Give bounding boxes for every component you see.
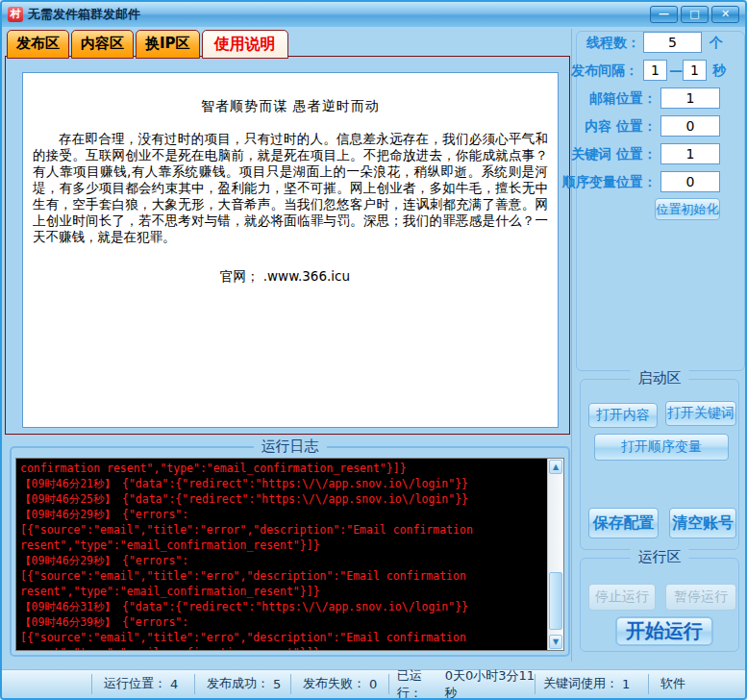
sequence-position-label: 顺序变量位置：	[562, 174, 657, 191]
title-bar: 村 无需发件箱群发邮件 — □ ✕	[2, 2, 745, 27]
open-sequence-button[interactable]: 打开顺序变量	[594, 434, 729, 461]
save-config-button[interactable]: 保存配置	[588, 508, 659, 538]
tab-content[interactable]: 内容区	[71, 30, 134, 59]
status-label: 已运行：	[397, 667, 441, 700]
status-publish-fail: 发布失败：0	[290, 674, 388, 693]
launch-group-title: 启动区	[631, 369, 689, 388]
interval-to-input[interactable]	[683, 60, 707, 81]
official-website-text: 官网； .www.366.icu	[33, 268, 548, 286]
document-heading: 智者顺势而谋 愚者逆时而动	[33, 98, 548, 115]
pause-run-button[interactable]: 暂停运行	[665, 584, 736, 611]
log-line: 【09时46分29秒】 {"errors":[{"source":"email"…	[20, 507, 544, 553]
log-line: confirmation resent","type":"email_confi…	[20, 461, 544, 476]
run-log-group: 运行日志 confirmation resent","type":"email_…	[10, 446, 570, 657]
status-value: 4	[170, 677, 178, 691]
start-run-button[interactable]: 开始运行	[615, 616, 713, 646]
scroll-up-icon[interactable]: ▲	[549, 460, 562, 474]
status-spacer	[2, 670, 91, 698]
status-keyword-usage: 关键词使用：1	[535, 674, 648, 693]
status-label: 发布失败：	[303, 675, 365, 692]
log-line: 【09时46分29秒】 {"errors":[{"source":"email"…	[20, 553, 544, 599]
stop-run-button[interactable]: 停止运行	[588, 584, 656, 611]
sequence-position-input[interactable]	[660, 171, 720, 192]
status-label: 发布成功：	[207, 675, 269, 692]
scroll-down-icon[interactable]: ▼	[549, 635, 562, 649]
interval-unit: 秒	[712, 62, 726, 80]
content-position-input[interactable]	[660, 115, 720, 137]
app-icon: 村	[8, 7, 23, 22]
maximize-button[interactable]: □	[681, 6, 709, 23]
content-position-label: 内容 位置：	[585, 118, 657, 136]
log-line: 【09时46分31秒】 {"data":{"redirect":"https:\…	[20, 599, 544, 614]
status-value: 1	[622, 677, 630, 691]
interval-label: 发布间隔：	[571, 62, 638, 80]
keyword-position-input[interactable]	[660, 143, 720, 164]
mailbox-position-input[interactable]	[660, 88, 720, 109]
tab-change-ip[interactable]: 换IP区	[136, 30, 200, 59]
thread-count-input[interactable]	[643, 32, 702, 53]
settings-panel: 线程数： 个 发布间隔： — 秒 邮箱位置： 内容 位置： 关键词 位置：	[571, 29, 747, 662]
interval-from-input[interactable]	[643, 60, 667, 81]
content-position-row: 内容 位置：	[572, 115, 747, 137]
log-line: 【09时46分39秒】 {"errors":[{"source":"email"…	[20, 614, 544, 651]
open-keyword-button[interactable]: 打开关键词	[665, 401, 736, 426]
interval-row: 发布间隔： — 秒	[572, 60, 747, 81]
status-label: 软件	[660, 675, 685, 692]
usage-notes-document: 智者顺势而谋 愚者逆时而动 存在即合理，没有过时的项目，只有过时的人。信息差永远…	[22, 72, 559, 428]
mailbox-position-row: 邮箱位置：	[572, 88, 747, 109]
status-bar: 运行位置：4 发布成功：5 发布失败：0 已运行：0天0小时3分11秒 关键词使…	[2, 669, 745, 698]
thread-count-label: 线程数：	[586, 35, 640, 52]
log-line: 【09时46分25秒】 {"data":{"redirect":"https:\…	[20, 491, 544, 507]
position-init-button[interactable]: 位置初始化	[655, 198, 720, 220]
mailbox-position-label: 邮箱位置：	[589, 90, 657, 108]
status-publish-success: 发布成功：5	[194, 674, 290, 693]
status-value: 0天0小时3分11秒	[445, 667, 535, 700]
status-value: 0	[369, 677, 377, 691]
run-group-title: 运行区	[631, 548, 689, 566]
scrollbar-thumb[interactable]	[549, 572, 562, 630]
status-elapsed-time: 已运行：0天0小时3分11秒	[388, 674, 535, 693]
window-title: 无需发件箱群发邮件	[28, 6, 140, 23]
status-label: 运行位置：	[104, 675, 166, 692]
run-log-console[interactable]: confirmation resent","type":"email_confi…	[15, 458, 564, 651]
log-scrollbar[interactable]: ▲ ▼	[547, 459, 563, 650]
open-content-button[interactable]: 打开内容	[588, 403, 658, 428]
close-button[interactable]: ✕	[711, 6, 739, 23]
thread-count-row: 线程数： 个	[572, 32, 747, 53]
tab-usage-notes[interactable]: 使用说明	[202, 30, 288, 59]
clear-account-button[interactable]: 清空账号	[669, 508, 736, 538]
log-line: 【09时46分21秒】 {"data":{"redirect":"https:\…	[20, 476, 544, 491]
status-software: 软件	[648, 674, 745, 693]
document-paragraph: 存在即合理，没有过时的项目，只有过时的人。信息差永远存在，我们必须心平气和的接受…	[33, 131, 548, 245]
status-label: 关键词使用：	[543, 675, 618, 692]
tab-publish[interactable]: 发布区	[7, 30, 69, 59]
app-window: 村 无需发件箱群发邮件 — □ ✕ 发布区 内容区 换IP区 使用说明 智者顺势…	[0, 0, 747, 700]
keyword-position-row: 关键词 位置：	[572, 143, 747, 164]
usage-notes-pane: 智者顺势而谋 愚者逆时而动 存在即合理，没有过时的项目，只有过时的人。信息差永远…	[5, 56, 570, 435]
status-run-position: 运行位置：4	[91, 674, 194, 693]
run-log-text: confirmation resent","type":"email_confi…	[16, 459, 546, 651]
tab-bar: 发布区 内容区 换IP区 使用说明	[7, 30, 288, 59]
keyword-position-label: 关键词 位置：	[571, 146, 657, 163]
interval-dash: —	[669, 62, 683, 78]
status-value: 5	[273, 677, 281, 691]
launch-group: 启动区 打开内容 打开关键词 打开顺序变量 保存配置 清空账号	[580, 379, 739, 550]
run-log-title: 运行日志	[254, 438, 327, 456]
run-group: 运行区 停止运行 暂停运行 开始运行	[580, 558, 739, 652]
thread-count-unit: 个	[710, 35, 723, 52]
sequence-position-row: 顺序变量位置：	[572, 171, 747, 192]
minimize-button[interactable]: —	[650, 6, 678, 23]
